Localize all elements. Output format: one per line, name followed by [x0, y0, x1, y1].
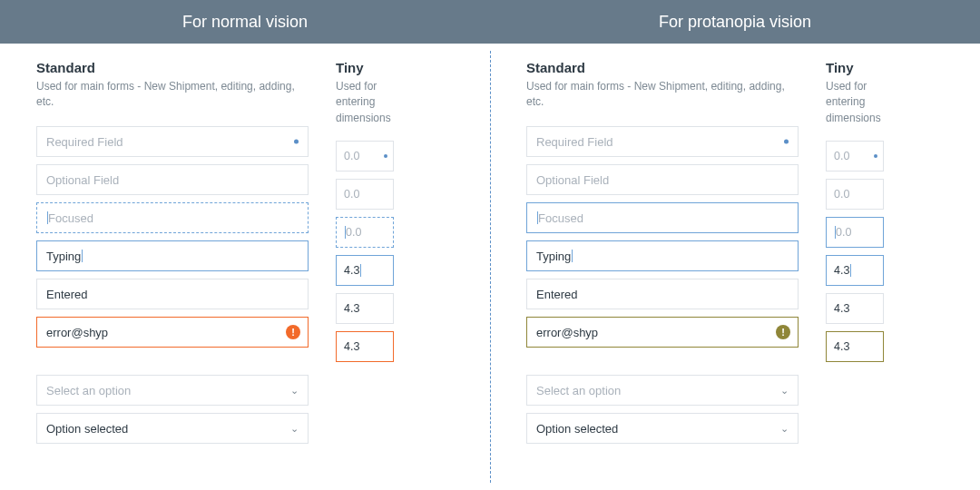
chevron-down-icon: ⌄ [780, 423, 789, 435]
column-tiny: Tiny Used for entering dimensions 0.0 0.… [826, 60, 907, 481]
tiny-input-error[interactable]: 4.3 [336, 331, 394, 362]
chevron-down-icon: ⌄ [780, 385, 789, 397]
tiny-input-required[interactable]: 0.0 [336, 141, 394, 172]
input-text: 0.0 [836, 226, 851, 239]
input-text: 0.0 [344, 150, 359, 162]
input-text: 4.3 [834, 340, 849, 353]
input-entered[interactable]: Entered [36, 279, 309, 309]
chevron-down-icon: ⌄ [290, 385, 299, 397]
input-text: Entered [536, 288, 578, 301]
banner-title-normal: For normal vision [0, 0, 490, 44]
tiny-input-typing[interactable]: 4.3 [336, 255, 394, 286]
input-text: Entered [46, 288, 88, 301]
select-filled[interactable]: Option selected ⌄ [36, 413, 309, 444]
input-text: 4.3 [344, 340, 359, 353]
input-focused[interactable]: Focused [36, 202, 309, 233]
tiny-input-entered[interactable]: 4.3 [826, 293, 884, 324]
input-typing[interactable]: Typing [526, 240, 799, 271]
input-text: 0.0 [344, 188, 359, 201]
column-standard: Standard Used for main forms - New Shipm… [36, 60, 309, 481]
panel-protanopia: Standard Used for main forms - New Shipm… [490, 44, 980, 490]
input-text: error@shyp [46, 326, 108, 339]
vision-banner: For normal vision For protanopia vision [0, 0, 980, 44]
input-text: 0.0 [834, 188, 849, 201]
required-dot-icon [294, 140, 299, 144]
input-focused[interactable]: Focused [526, 202, 799, 233]
input-required[interactable]: Required Field [526, 126, 799, 157]
chevron-down-icon: ⌄ [290, 423, 299, 435]
required-dot-icon [874, 154, 877, 158]
select-filled[interactable]: Option selected ⌄ [526, 413, 799, 444]
tiny-input-optional[interactable]: 0.0 [826, 179, 884, 210]
input-text: 0.0 [834, 150, 849, 162]
input-text: Focused [538, 211, 583, 225]
input-text: Optional Field [46, 173, 119, 187]
select-label: Option selected [46, 422, 128, 436]
tiny-input-focused[interactable]: 0.0 [336, 217, 394, 248]
input-typing[interactable]: Typing [36, 240, 309, 271]
heading-standard: Standard [36, 60, 309, 75]
input-error[interactable]: error@shyp ! [36, 317, 309, 348]
input-text: Focused [48, 211, 93, 225]
select-label: Option selected [536, 422, 618, 436]
panel-normal: Standard Used for main forms - New Shipm… [0, 44, 490, 490]
error-icon: ! [776, 325, 790, 339]
desc-tiny: Used for entering dimensions [336, 79, 417, 126]
input-text: Optional Field [536, 173, 609, 187]
desc-standard: Used for main forms - New Shipment, edit… [36, 79, 309, 112]
banner-title-protanopia: For protanopia vision [490, 0, 980, 44]
tiny-input-focused[interactable]: 0.0 [826, 217, 884, 248]
text-caret-icon [850, 264, 851, 277]
select-empty[interactable]: Select an option ⌄ [526, 375, 799, 406]
text-caret-icon [360, 264, 361, 277]
tiny-input-optional[interactable]: 0.0 [336, 179, 394, 210]
column-standard: Standard Used for main forms - New Shipm… [526, 60, 799, 481]
input-text: error@shyp [536, 326, 598, 339]
input-entered[interactable]: Entered [526, 279, 799, 309]
input-text: 4.3 [344, 302, 359, 315]
input-text: 0.0 [346, 226, 361, 239]
heading-tiny: Tiny [826, 60, 907, 75]
input-text: Typing [46, 250, 81, 263]
input-optional[interactable]: Optional Field [36, 164, 309, 195]
tiny-input-entered[interactable]: 4.3 [336, 293, 394, 324]
input-text: 4.3 [834, 264, 849, 277]
tiny-input-error[interactable]: 4.3 [826, 331, 884, 362]
select-label: Select an option [536, 384, 621, 397]
tiny-input-required[interactable]: 0.0 [826, 141, 884, 172]
tiny-input-typing[interactable]: 4.3 [826, 255, 884, 286]
input-text: Required Field [536, 135, 613, 149]
required-dot-icon [384, 154, 387, 158]
text-caret-icon [82, 250, 83, 262]
text-caret-icon [572, 250, 573, 262]
desc-standard: Used for main forms - New Shipment, edit… [526, 79, 799, 112]
input-text: 4.3 [834, 302, 849, 315]
required-dot-icon [784, 140, 789, 144]
input-text: Typing [536, 250, 571, 263]
heading-tiny: Tiny [336, 60, 417, 75]
select-label: Select an option [46, 384, 131, 397]
input-text: Required Field [46, 135, 123, 149]
column-tiny: Tiny Used for entering dimensions 0.0 0.… [336, 60, 417, 481]
desc-tiny: Used for entering dimensions [826, 79, 907, 126]
input-text: 4.3 [344, 264, 359, 277]
panel-divider [490, 51, 491, 483]
input-optional[interactable]: Optional Field [526, 164, 799, 195]
heading-standard: Standard [526, 60, 799, 75]
error-icon: ! [286, 325, 300, 339]
input-error[interactable]: error@shyp ! [526, 317, 799, 348]
select-empty[interactable]: Select an option ⌄ [36, 375, 309, 406]
input-required[interactable]: Required Field [36, 126, 309, 157]
